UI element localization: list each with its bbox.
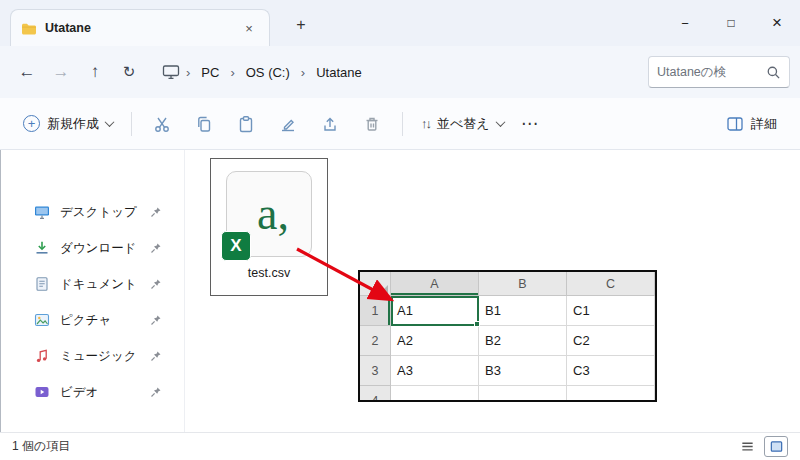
cell-b4 — [479, 386, 567, 402]
chevron-down-icon — [105, 117, 115, 127]
file-list-area: a, X test.csv A B C 1 A1 B1 C1 — [185, 150, 800, 432]
spreadsheet-row: 1 A1 B1 C1 — [360, 296, 655, 326]
refresh-button[interactable]: ↻ — [112, 55, 146, 89]
sidebar-item-documents[interactable]: ドキュメント — [0, 266, 184, 302]
icon-view-button[interactable] — [764, 436, 788, 457]
cell-b3: B3 — [479, 356, 567, 386]
breadcrumb-item-pc[interactable]: PC — [196, 62, 224, 83]
sidebar-item-videos[interactable]: ビデオ — [0, 374, 184, 410]
sidebar-item-label: ビデオ — [60, 384, 98, 401]
sidebar-item-label: ダウンロード — [60, 240, 136, 257]
details-pane-label: 詳細 — [751, 115, 777, 133]
sidebar-item-label: ピクチャ — [60, 312, 111, 329]
view-toggles — [735, 436, 788, 457]
list-view-icon — [740, 439, 755, 454]
search-input[interactable] — [657, 65, 766, 79]
cell-a4 — [391, 386, 479, 402]
list-view-button[interactable] — [735, 436, 759, 457]
sidebar-item-downloads[interactable]: ダウンロード — [0, 230, 184, 266]
toolbar-separator — [131, 112, 132, 136]
details-pane-button[interactable]: 詳細 — [717, 108, 786, 140]
row-header-2: 2 — [360, 326, 391, 356]
file-tile-test-csv[interactable]: a, X test.csv — [210, 158, 328, 296]
new-tab-button[interactable]: + — [288, 13, 314, 37]
command-toolbar: + 新規作成 — [0, 98, 800, 150]
cell-a3: A3 — [391, 356, 479, 386]
csv-file-icon: a, X — [226, 171, 312, 257]
forward-button[interactable]: → — [44, 55, 78, 89]
row-header-4: 4 — [360, 386, 391, 402]
file-name: test.csv — [248, 266, 290, 280]
navigation-bar: ← → ↑ ↻ › PC › OS (C:) › Utatane — [0, 46, 800, 98]
fill-handle — [474, 321, 480, 327]
pin-icon — [150, 242, 162, 254]
toolbar-separator — [402, 112, 403, 136]
sidebar-item-desktop[interactable]: デスクトップ — [0, 194, 184, 230]
minimize-button[interactable]: − — [662, 0, 708, 46]
copy-button[interactable] — [183, 106, 225, 142]
sidebar-item-label: デスクトップ — [60, 204, 137, 221]
item-count: 1 個の項目 — [12, 438, 70, 455]
sidebar-item-music[interactable]: ミュージック — [0, 338, 184, 374]
music-icon — [34, 348, 50, 364]
status-bar: 1 個の項目 — [0, 432, 800, 460]
close-button[interactable]: × — [754, 0, 800, 46]
chevron-right-icon: › — [295, 65, 311, 80]
tab-utatane[interactable]: Utatane × — [10, 9, 270, 46]
cell-b1: B1 — [479, 296, 567, 326]
column-header-a: A — [391, 272, 479, 296]
downloads-icon — [34, 240, 50, 256]
maximize-button[interactable]: □ — [708, 0, 754, 46]
title-bar: Utatane × + − □ × — [0, 0, 800, 46]
trash-icon — [362, 114, 382, 134]
cell-b2: B2 — [479, 326, 567, 356]
chevron-down-icon — [495, 117, 505, 127]
spreadsheet-header-row: A B C — [360, 272, 655, 296]
more-button[interactable]: ⋯ — [513, 106, 547, 142]
pin-icon — [150, 350, 162, 362]
delete-button[interactable] — [351, 106, 393, 142]
breadcrumb: › PC › OS (C:) › Utatane — [154, 55, 636, 89]
share-icon — [320, 114, 340, 134]
tab-title: Utatane — [45, 21, 91, 35]
sidebar-item-pictures[interactable]: ピクチャ — [0, 302, 184, 338]
tab-close-icon[interactable]: × — [239, 18, 259, 38]
breadcrumb-item-os-c[interactable]: OS (C:) — [241, 62, 295, 83]
spreadsheet-row: 3 A3 B3 C3 — [360, 356, 655, 386]
cell-c1: C1 — [567, 296, 655, 326]
utatane-logo-letter: a, — [249, 191, 289, 237]
rename-button[interactable] — [267, 106, 309, 142]
sidebar: デスクトップ ダウンロード ドキュメント — [0, 150, 185, 432]
column-header-b: B — [479, 272, 567, 296]
sort-button-label: 並べ替え — [437, 115, 490, 133]
up-button[interactable]: ↑ — [78, 55, 112, 89]
cut-button[interactable] — [141, 106, 183, 142]
documents-icon — [34, 276, 50, 292]
pin-icon — [150, 314, 162, 326]
search-box[interactable] — [648, 56, 790, 88]
column-header-c: C — [567, 272, 655, 296]
cell-c3: C3 — [567, 356, 655, 386]
cell-c4 — [567, 386, 655, 402]
back-button[interactable]: ← — [10, 55, 44, 89]
spreadsheet-row: 4 — [360, 386, 655, 402]
new-button[interactable]: + 新規作成 — [14, 108, 122, 140]
paste-icon — [236, 114, 256, 134]
breadcrumb-item-utatane[interactable]: Utatane — [311, 62, 367, 83]
row-header-3: 3 — [360, 356, 391, 386]
cell-value: A1 — [397, 303, 413, 318]
videos-icon — [34, 384, 50, 400]
plus-icon: + — [23, 115, 40, 132]
share-button[interactable] — [309, 106, 351, 142]
cell-a1-selected: A1 — [391, 296, 479, 326]
sort-button[interactable]: ↑↓ 並べ替え — [412, 108, 513, 140]
desktop-icon — [34, 204, 50, 220]
app-body: デスクトップ ダウンロード ドキュメント — [0, 150, 800, 432]
chevron-right-icon: › — [180, 65, 196, 80]
spreadsheet-overlay: A B C 1 A1 B1 C1 2 A2 B2 C2 3 — [358, 270, 657, 402]
scissors-icon — [152, 114, 172, 134]
copy-icon — [194, 114, 214, 134]
search-icon — [766, 65, 781, 80]
paste-button[interactable] — [225, 106, 267, 142]
window-controls: − □ × — [662, 0, 800, 46]
